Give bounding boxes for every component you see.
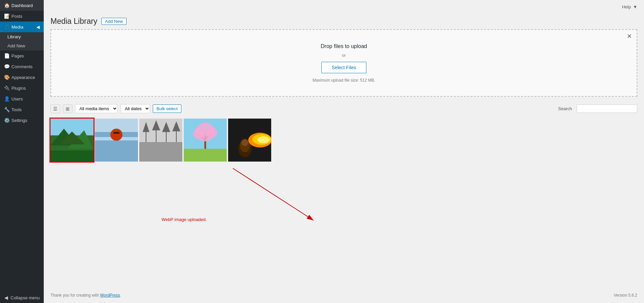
sidebar-item-label: Plugins	[11, 86, 26, 91]
sidebar-item-label: Settings	[11, 118, 27, 123]
annotation-area: WebP image uploaded.	[50, 165, 637, 232]
dashboard-icon: 🏠	[4, 3, 9, 8]
top-bar: Help ▼	[44, 0, 644, 13]
sidebar-item-label: Users	[11, 96, 23, 101]
footer-text: Thank you for creating with WordPress.	[50, 293, 121, 298]
sidebar-item-label: Posts	[11, 14, 23, 19]
or-text: or	[58, 53, 630, 58]
svg-rect-11	[139, 142, 182, 162]
upload-area: ✕ Drop files to upload or Select Files M…	[50, 29, 637, 97]
media-item-mountain[interactable]	[50, 119, 94, 162]
svg-point-26	[193, 128, 204, 139]
blossom-tree-image	[184, 119, 227, 162]
media-grid	[44, 115, 644, 165]
sidebar-item-dashboard[interactable]: 🏠 Dashboard	[0, 0, 44, 11]
sidebar-item-label: Comments	[11, 64, 33, 69]
svg-rect-21	[184, 149, 227, 162]
bulk-select-button[interactable]: Bulk select	[153, 104, 181, 113]
sidebar-item-collapse[interactable]: ◀ Collapse menu	[0, 292, 44, 303]
media-type-filter[interactable]: All media items Images Audio Video Docum…	[75, 104, 118, 113]
library-label: Library	[7, 34, 21, 39]
list-view-icon: ☰	[53, 106, 58, 112]
svg-line-36	[233, 168, 314, 220]
media-item-blossom-tree[interactable]	[184, 119, 227, 162]
sidebar-item-media[interactable]: 🎵 Media ◀	[0, 21, 44, 32]
sidebar-item-label: Appearance	[11, 75, 35, 80]
drop-files-text: Drop files to upload	[58, 43, 630, 49]
comments-icon: 💬	[4, 64, 9, 69]
sidebar-item-posts[interactable]: 📝 Posts	[0, 11, 44, 21]
annotation-svg	[50, 165, 637, 232]
media-icon: 🎵	[4, 24, 9, 30]
sidebar-item-users[interactable]: 👤 Users	[0, 93, 44, 104]
main-content: Help ▼ Media Library Add New ✕ Drop file…	[44, 0, 644, 303]
grid-view-button[interactable]: ⊞	[63, 104, 72, 113]
appearance-icon: 🎨	[4, 75, 9, 80]
svg-point-27	[207, 127, 217, 138]
svg-point-34	[257, 136, 270, 143]
collapse-icon: ◀	[4, 295, 8, 300]
sidebar-item-tools[interactable]: 🔧 Tools	[0, 104, 44, 115]
sidebar-item-label: Pages	[11, 53, 24, 58]
version-text: Version 5.6.2	[614, 293, 637, 298]
posts-icon: 📝	[4, 13, 9, 19]
mountain-image	[50, 119, 94, 162]
grid-view-icon: ⊞	[66, 106, 70, 112]
media-toolbar: ☰ ⊞ All media items Images Audio Video D…	[44, 102, 644, 115]
sidebar-item-plugins[interactable]: 🔌 Plugins	[0, 83, 44, 93]
search-label: Search	[558, 106, 572, 111]
sidebar-item-label: Media	[11, 25, 23, 30]
help-label: Help	[622, 4, 631, 9]
trees-image	[139, 119, 182, 162]
sidebar-item-label: Dashboard	[11, 3, 33, 8]
fire-image	[228, 119, 271, 162]
tools-icon: 🔧	[4, 107, 9, 112]
page-footer: Thank you for creating with WordPress. V…	[44, 288, 644, 303]
date-filter[interactable]: All dates	[120, 104, 150, 113]
help-arrow-icon: ▼	[633, 4, 637, 9]
settings-icon: ⚙️	[4, 118, 9, 123]
plugins-icon: 🔌	[4, 85, 9, 91]
media-item-fire[interactable]	[228, 119, 271, 162]
media-arrow-icon: ◀	[36, 25, 40, 30]
sidebar: 🏠 Dashboard 📝 Posts 🎵 Media ◀ Library Ad…	[0, 0, 44, 303]
sidebar-item-label: Tools	[11, 107, 22, 112]
help-menu[interactable]: Help ▼	[622, 4, 637, 9]
page-title: Media Library	[50, 17, 97, 26]
page-header: Media Library Add New	[44, 13, 644, 29]
media-submenu: Library Add New	[0, 32, 44, 50]
sidebar-item-pages[interactable]: 📄 Pages	[0, 50, 44, 61]
sidebar-item-comments[interactable]: 💬 Comments	[0, 61, 44, 72]
svg-rect-9	[113, 132, 119, 134]
pages-icon: 📄	[4, 53, 9, 58]
media-item-trees[interactable]	[139, 119, 182, 162]
users-icon: 👤	[4, 96, 9, 101]
select-files-button[interactable]: Select Files	[321, 62, 366, 73]
svg-rect-4	[50, 150, 94, 162]
svg-point-31	[242, 139, 248, 146]
wordpress-link[interactable]: WordPress	[100, 293, 120, 298]
max-file-size-text: Maximum upload file size: 512 MB.	[58, 78, 630, 83]
svg-point-8	[110, 129, 122, 141]
media-item-kayak[interactable]	[95, 119, 138, 162]
sidebar-item-label: Collapse menu	[10, 295, 40, 300]
sidebar-item-library[interactable]: Library	[0, 32, 44, 41]
list-view-button[interactable]: ☰	[50, 104, 60, 113]
sidebar-item-appearance[interactable]: 🎨 Appearance	[0, 72, 44, 83]
sidebar-item-add-new[interactable]: Add New	[0, 41, 44, 50]
add-new-label: Add New	[7, 43, 25, 48]
upload-close-button[interactable]: ✕	[627, 33, 632, 39]
add-new-button[interactable]: Add New	[101, 18, 127, 25]
sidebar-item-settings[interactable]: ⚙️ Settings	[0, 115, 44, 126]
search-input[interactable]	[577, 104, 637, 113]
webp-annotation-label: WebP image uploaded.	[162, 217, 207, 222]
kayak-image	[95, 119, 138, 162]
